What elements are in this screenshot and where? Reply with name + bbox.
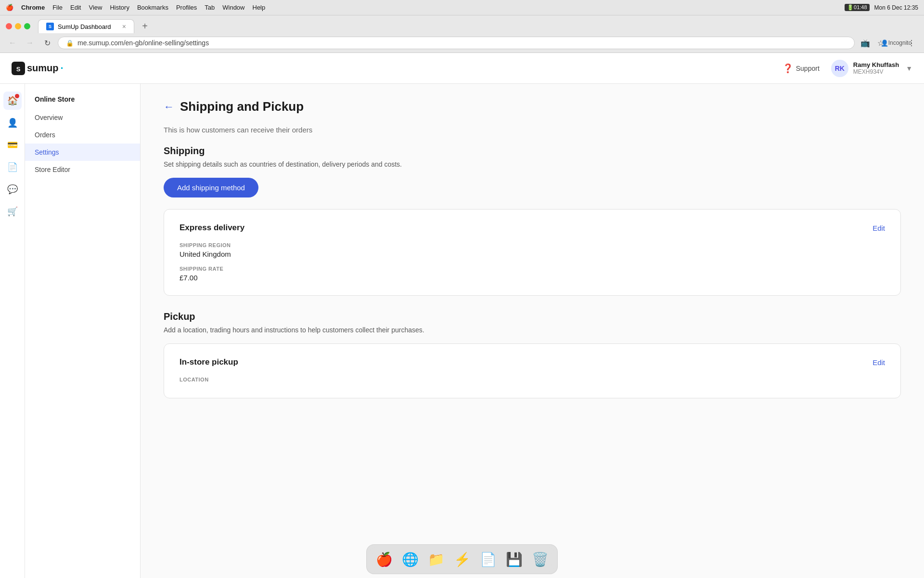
- document-icon: 📄: [7, 162, 18, 172]
- menu-view[interactable]: View: [89, 4, 102, 11]
- browser-toolbar-icons: 📺 ☆ 👤 Incognito ⋮: [859, 36, 918, 50]
- app-layout: 🏠 👤 💳 📄 💬 🛒 Online Store Overview Orders…: [0, 84, 924, 578]
- support-button[interactable]: ❓ Support: [783, 63, 820, 74]
- topbar-right: ❓ Support RK Ramy Khuffash MEXH934V ▼: [783, 60, 912, 77]
- page-title: Shipping and Pickup: [180, 99, 304, 114]
- card-icon: 💳: [7, 140, 18, 150]
- rail-home-icon[interactable]: 🏠: [3, 92, 22, 110]
- sidebar-store-editor-label: Store Editor: [35, 166, 70, 173]
- back-arrow-btn[interactable]: ←: [164, 101, 174, 113]
- rail-doc-icon[interactable]: 📄: [3, 158, 22, 176]
- user-name: Ramy Khuffash: [853, 61, 899, 68]
- cart-icon: 🛒: [7, 206, 18, 217]
- forward-btn[interactable]: →: [23, 36, 37, 50]
- address-bar[interactable]: 🔒 me.sumup.com/en-gb/online-selling/sett…: [58, 37, 855, 49]
- instore-pickup-edit-btn[interactable]: Edit: [873, 358, 885, 367]
- dock-bolt-icon[interactable]: ⚡: [450, 548, 474, 571]
- instore-pickup-card-header: In-store pickup Edit: [180, 357, 885, 367]
- tab-close-btn[interactable]: ×: [122, 23, 126, 30]
- battery-status: 🔋01:48: [845, 4, 870, 11]
- sidebar-overview-label: Overview: [35, 114, 63, 121]
- shipping-rate-field: SHIPPING RATE £7.00: [180, 266, 885, 282]
- pickup-section-desc: Add a location, trading hours and instru…: [164, 326, 901, 334]
- tab-bar: S SumUp Dashboard × +: [0, 15, 924, 33]
- sidebar-item-overview[interactable]: Overview: [25, 109, 140, 126]
- browser-tab-sumup[interactable]: S SumUp Dashboard ×: [38, 19, 134, 33]
- app-topbar: S sumup· ❓ Support RK Ramy Khuffash MEXH…: [0, 53, 924, 84]
- user-avatar: RK: [831, 60, 848, 77]
- shipping-rate-label: SHIPPING RATE: [180, 266, 885, 272]
- tab-title: SumUp Dashboard: [58, 23, 111, 30]
- chat-icon: 💬: [7, 184, 18, 195]
- menu-file[interactable]: File: [52, 4, 63, 11]
- add-shipping-method-button[interactable]: Add shipping method: [164, 178, 258, 197]
- rail-card-icon[interactable]: 💳: [3, 136, 22, 154]
- pickup-section-title: Pickup: [164, 311, 901, 322]
- incognito-avatar[interactable]: 👤 Incognito: [889, 36, 903, 50]
- person-icon: 👤: [7, 118, 18, 128]
- screen-cast-icon[interactable]: 📺: [859, 36, 872, 50]
- shipping-section-title: Shipping: [164, 145, 901, 157]
- main-content: ← Shipping and Pickup This is how custom…: [141, 84, 924, 578]
- rail-cart-icon[interactable]: 🛒: [3, 202, 22, 221]
- user-id: MEXH934V: [853, 68, 899, 75]
- macos-dock: 🍎 🌐 📁 ⚡ 📄 💾 🗑️: [366, 544, 558, 574]
- shipping-region-label: SHIPPING REGION: [180, 242, 885, 248]
- window-controls[interactable]: [6, 23, 30, 29]
- sidebar-item-store-editor[interactable]: Store Editor: [25, 161, 140, 178]
- datetime-display: Mon 6 Dec 12:35: [874, 4, 918, 11]
- menu-bar-left: 🍎 Chrome File Edit View History Bookmark…: [6, 4, 265, 11]
- back-btn[interactable]: ←: [6, 36, 19, 50]
- sidebar-item-orders[interactable]: Orders: [25, 126, 140, 144]
- logo-text: sumup: [27, 63, 59, 74]
- menu-bookmarks[interactable]: Bookmarks: [137, 4, 168, 11]
- sidebar-item-settings[interactable]: Settings: [25, 144, 140, 161]
- pickup-location-label: LOCATION: [180, 377, 885, 382]
- instore-pickup-card: In-store pickup Edit LOCATION: [164, 343, 901, 398]
- rail-chat-icon[interactable]: 💬: [3, 180, 22, 198]
- app-menu-chrome[interactable]: Chrome: [21, 4, 45, 11]
- new-tab-btn[interactable]: +: [138, 20, 152, 33]
- menu-profiles[interactable]: Profiles: [176, 4, 197, 11]
- svg-text:S: S: [16, 66, 21, 73]
- dock-notes-icon[interactable]: 📄: [476, 548, 500, 571]
- browser-menu-btn[interactable]: ⋮: [905, 36, 918, 50]
- browser-chrome: S SumUp Dashboard × + ← → ↻ 🔒 me.sumup.c…: [0, 15, 924, 53]
- dock-trash-icon[interactable]: 🗑️: [528, 548, 552, 571]
- express-delivery-edit-btn[interactable]: Edit: [873, 224, 885, 232]
- page-header: ← Shipping and Pickup: [164, 99, 901, 114]
- menu-tab[interactable]: Tab: [205, 4, 215, 11]
- user-info-section[interactable]: RK Ramy Khuffash MEXH934V ▼: [831, 60, 912, 77]
- apple-menu[interactable]: 🍎: [6, 4, 13, 11]
- minimize-window-btn[interactable]: [15, 23, 21, 29]
- browser-toolbar: ← → ↻ 🔒 me.sumup.com/en-gb/online-sellin…: [0, 33, 924, 53]
- sidebar: Online Store Overview Orders Settings St…: [25, 84, 141, 578]
- sumup-logo-icon: S: [12, 62, 25, 75]
- close-window-btn[interactable]: [6, 23, 12, 29]
- support-label: Support: [796, 65, 820, 72]
- reload-btn[interactable]: ↻: [40, 36, 54, 50]
- dock-finder-icon[interactable]: 🍎: [372, 548, 396, 571]
- question-icon: ❓: [783, 63, 793, 74]
- icon-rail: 🏠 👤 💳 📄 💬 🛒: [0, 84, 25, 578]
- sidebar-orders-label: Orders: [35, 131, 55, 139]
- rail-person-icon[interactable]: 👤: [3, 114, 22, 132]
- express-delivery-title: Express delivery: [180, 223, 244, 233]
- menu-window[interactable]: Window: [222, 4, 244, 11]
- shipping-region-field: SHIPPING REGION United Kingdom: [180, 242, 885, 258]
- express-delivery-card-header: Express delivery Edit: [180, 223, 885, 233]
- sidebar-settings-label: Settings: [35, 148, 59, 156]
- logo-dot: ·: [61, 62, 64, 75]
- dock-folder-icon[interactable]: 📁: [424, 548, 448, 571]
- dock-chrome-icon[interactable]: 🌐: [398, 548, 422, 571]
- chevron-down-icon: ▼: [906, 65, 912, 72]
- maximize-window-btn[interactable]: [24, 23, 30, 29]
- menu-help[interactable]: Help: [253, 4, 266, 11]
- sidebar-section-title: Online Store: [25, 92, 140, 109]
- menu-history[interactable]: History: [110, 4, 129, 11]
- menu-edit[interactable]: Edit: [70, 4, 81, 11]
- sumup-logo: S sumup·: [12, 62, 64, 75]
- shipping-rate-value: £7.00: [180, 274, 885, 282]
- dock-save-icon[interactable]: 💾: [502, 548, 526, 571]
- shipping-section-desc: Set shipping details such as countries o…: [164, 160, 901, 168]
